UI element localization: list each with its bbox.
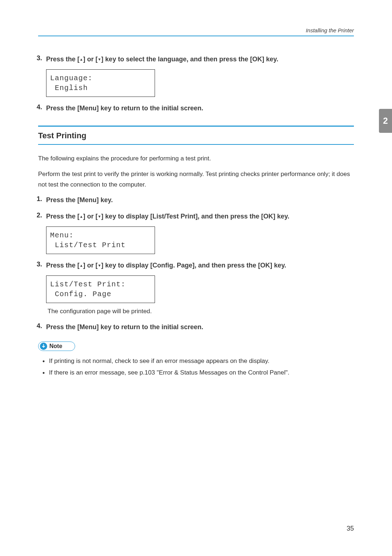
page-number: 35	[347, 525, 354, 532]
step-number: 3.	[37, 54, 42, 62]
step-text: Press the [▲] or [▼] key to display [Con…	[46, 262, 286, 269]
up-triangle-icon: ▲	[79, 263, 83, 268]
section-title: Test Printing	[38, 126, 354, 145]
down-triangle-icon: ▼	[98, 214, 101, 219]
top-steps-list: 3. Press the [▲] or [▼] key to select th…	[38, 54, 354, 113]
note-bullet-1: If printing is not normal, check to see …	[49, 355, 354, 367]
section-steps-list: 1. Press the [Menu] key. 2. Press the [▲…	[38, 195, 354, 332]
section-para-1: The following explains the procedure for…	[38, 154, 354, 164]
header-rule	[38, 36, 354, 36]
up-triangle-icon: ▲	[79, 57, 83, 62]
step-text: Press the [Menu] key.	[46, 196, 113, 204]
step-text: Press the [Menu] key to return to the in…	[46, 323, 203, 331]
step-number: 2.	[37, 212, 42, 219]
step-text: Press the [Menu] key to return to the in…	[46, 105, 203, 112]
note-badge: Note	[38, 342, 75, 351]
lcd-display: Language: English	[46, 69, 155, 97]
section-step-1: 1. Press the [Menu] key.	[46, 195, 354, 205]
lcd-display: List/Test Print: Config. Page	[46, 275, 155, 303]
down-triangle-icon: ▼	[98, 57, 101, 62]
step-number: 1.	[37, 195, 42, 203]
lcd-display: Menu: List/Test Print	[46, 226, 155, 254]
section-step-3: 3. Press the [▲] or [▼] key to display […	[46, 261, 354, 316]
step-subtext: The configuration page will be printed.	[48, 307, 354, 316]
section-step-4: 4. Press the [Menu] key to return to the…	[46, 322, 354, 332]
note-label: Note	[49, 343, 62, 349]
step-3: 3. Press the [▲] or [▼] key to select th…	[46, 54, 354, 97]
down-triangle-icon: ▼	[98, 263, 101, 268]
step-number: 3.	[37, 261, 42, 268]
up-triangle-icon: ▲	[79, 214, 83, 219]
section-step-2: 2. Press the [▲] or [▼] key to display […	[46, 212, 354, 254]
step-text: Press the [▲] or [▼] key to select the l…	[46, 56, 278, 63]
section-para-2: Perform the test print to verify the pri…	[38, 169, 354, 190]
page-content: Installing the Printer 3. Press the [▲] …	[0, 0, 392, 379]
step-number: 4.	[37, 103, 42, 111]
chapter-tab: 2	[379, 109, 392, 133]
note-bullet-2: If there is an error message, see p.103 …	[49, 367, 354, 379]
header-breadcrumb: Installing the Printer	[38, 27, 354, 33]
step-text: Press the [▲] or [▼] key to display [Lis…	[46, 213, 289, 220]
step-4: 4. Press the [Menu] key to return to the…	[46, 103, 354, 113]
note-arrow-icon	[40, 343, 47, 350]
step-number: 4.	[37, 322, 42, 330]
note-bullets: If printing is not normal, check to see …	[38, 355, 354, 379]
